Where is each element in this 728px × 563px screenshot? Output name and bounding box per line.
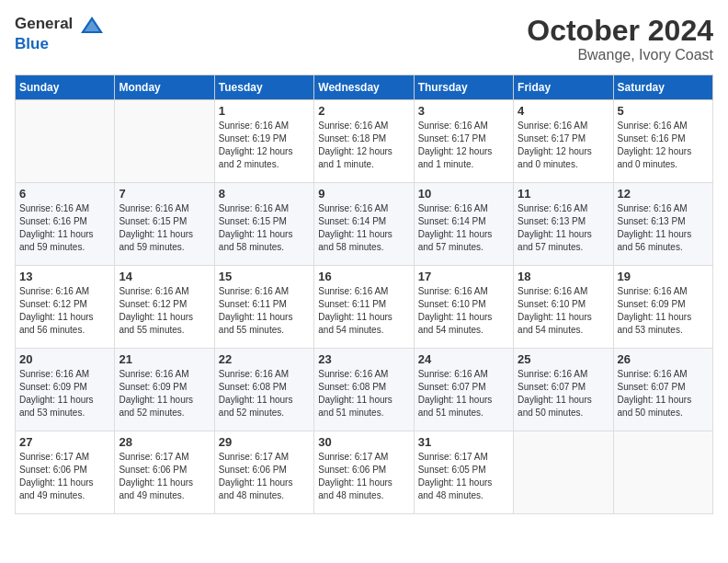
- day-number: 16: [318, 270, 409, 283]
- day-detail: Sunrise: 6:16 AM Sunset: 6:07 PM Dayligh…: [518, 368, 609, 419]
- calendar-header-row: SundayMondayTuesdayWednesdayThursdayFrid…: [16, 75, 713, 100]
- calendar-cell: 26Sunrise: 6:16 AM Sunset: 6:07 PM Dayli…: [613, 349, 712, 431]
- day-detail: Sunrise: 6:16 AM Sunset: 6:09 PM Dayligh…: [119, 368, 210, 419]
- location-subtitle: Bwange, Ivory Coast: [527, 47, 713, 63]
- calendar-cell: 2Sunrise: 6:16 AM Sunset: 6:18 PM Daylig…: [314, 100, 414, 183]
- month-title: October 2024: [527, 15, 713, 47]
- calendar-cell: 10Sunrise: 6:16 AM Sunset: 6:14 PM Dayli…: [414, 183, 513, 266]
- calendar-cell: 9Sunrise: 6:16 AM Sunset: 6:14 PM Daylig…: [314, 183, 414, 266]
- day-detail: Sunrise: 6:17 AM Sunset: 6:06 PM Dayligh…: [119, 451, 210, 502]
- day-number: 26: [618, 352, 709, 366]
- day-number: 19: [618, 270, 709, 283]
- calendar-cell: 30Sunrise: 6:17 AM Sunset: 6:06 PM Dayli…: [314, 431, 414, 514]
- day-detail: Sunrise: 6:16 AM Sunset: 6:14 PM Dayligh…: [318, 202, 409, 254]
- day-number: 21: [119, 352, 210, 366]
- header-saturday: Saturday: [613, 75, 712, 100]
- calendar-table: SundayMondayTuesdayWednesdayThursdayFrid…: [15, 75, 713, 514]
- day-detail: Sunrise: 6:16 AM Sunset: 6:09 PM Dayligh…: [19, 368, 110, 419]
- day-detail: Sunrise: 6:16 AM Sunset: 6:17 PM Dayligh…: [418, 120, 509, 171]
- calendar-week-2: 6Sunrise: 6:16 AM Sunset: 6:16 PM Daylig…: [16, 183, 713, 266]
- header-monday: Monday: [115, 75, 214, 100]
- calendar-week-1: 1Sunrise: 6:16 AM Sunset: 6:19 PM Daylig…: [16, 100, 713, 183]
- calendar-week-3: 13Sunrise: 6:16 AM Sunset: 6:12 PM Dayli…: [16, 266, 713, 349]
- header-tuesday: Tuesday: [214, 75, 313, 100]
- day-number: 20: [19, 352, 110, 366]
- day-detail: Sunrise: 6:16 AM Sunset: 6:11 PM Dayligh…: [318, 285, 409, 337]
- calendar-cell: 19Sunrise: 6:16 AM Sunset: 6:09 PM Dayli…: [613, 266, 712, 349]
- day-number: 24: [418, 352, 509, 366]
- day-number: 5: [618, 104, 709, 118]
- calendar-cell: 25Sunrise: 6:16 AM Sunset: 6:07 PM Dayli…: [514, 349, 613, 431]
- day-number: 14: [119, 270, 210, 283]
- day-detail: Sunrise: 6:16 AM Sunset: 6:15 PM Dayligh…: [119, 202, 210, 254]
- day-number: 11: [518, 187, 609, 201]
- day-number: 7: [119, 187, 210, 201]
- calendar-cell: 28Sunrise: 6:17 AM Sunset: 6:06 PM Dayli…: [115, 431, 214, 514]
- logo: General Blue: [15, 15, 105, 53]
- day-detail: Sunrise: 6:16 AM Sunset: 6:07 PM Dayligh…: [418, 368, 509, 419]
- calendar-cell: 17Sunrise: 6:16 AM Sunset: 6:10 PM Dayli…: [414, 266, 513, 349]
- calendar-cell: 1Sunrise: 6:16 AM Sunset: 6:19 PM Daylig…: [214, 100, 313, 183]
- day-detail: Sunrise: 6:17 AM Sunset: 6:06 PM Dayligh…: [219, 451, 310, 502]
- day-number: 9: [318, 187, 409, 201]
- day-number: 13: [19, 270, 110, 283]
- day-number: 18: [518, 270, 609, 283]
- calendar-cell: 31Sunrise: 6:17 AM Sunset: 6:05 PM Dayli…: [414, 431, 513, 514]
- calendar-cell: 12Sunrise: 6:16 AM Sunset: 6:13 PM Dayli…: [613, 183, 712, 266]
- logo-blue: Blue: [15, 35, 105, 53]
- day-detail: Sunrise: 6:16 AM Sunset: 6:16 PM Dayligh…: [618, 120, 709, 171]
- calendar-cell: [16, 100, 115, 183]
- calendar-cell: 29Sunrise: 6:17 AM Sunset: 6:06 PM Dayli…: [214, 431, 313, 514]
- day-detail: Sunrise: 6:16 AM Sunset: 6:09 PM Dayligh…: [618, 285, 709, 337]
- calendar-cell: 3Sunrise: 6:16 AM Sunset: 6:17 PM Daylig…: [414, 100, 513, 183]
- logo-text: General Blue: [15, 15, 105, 53]
- calendar-cell: 20Sunrise: 6:16 AM Sunset: 6:09 PM Dayli…: [16, 349, 115, 431]
- day-detail: Sunrise: 6:16 AM Sunset: 6:12 PM Dayligh…: [119, 285, 210, 337]
- day-number: 27: [19, 435, 110, 449]
- calendar-week-5: 27Sunrise: 6:17 AM Sunset: 6:06 PM Dayli…: [16, 431, 713, 514]
- day-number: 25: [518, 352, 609, 366]
- calendar-cell: 24Sunrise: 6:16 AM Sunset: 6:07 PM Dayli…: [414, 349, 513, 431]
- day-detail: Sunrise: 6:16 AM Sunset: 6:19 PM Dayligh…: [219, 120, 310, 171]
- title-block: October 2024 Bwange, Ivory Coast: [527, 15, 713, 63]
- day-number: 4: [518, 104, 609, 118]
- calendar-cell: 15Sunrise: 6:16 AM Sunset: 6:11 PM Dayli…: [214, 266, 313, 349]
- calendar-cell: [115, 100, 214, 183]
- day-detail: Sunrise: 6:16 AM Sunset: 6:13 PM Dayligh…: [518, 202, 609, 254]
- day-detail: Sunrise: 6:16 AM Sunset: 6:08 PM Dayligh…: [219, 368, 310, 419]
- header-friday: Friday: [514, 75, 613, 100]
- day-number: 30: [318, 435, 409, 449]
- day-detail: Sunrise: 6:16 AM Sunset: 6:16 PM Dayligh…: [19, 202, 110, 254]
- day-number: 10: [418, 187, 509, 201]
- day-detail: Sunrise: 6:16 AM Sunset: 6:14 PM Dayligh…: [418, 202, 509, 254]
- header-wednesday: Wednesday: [314, 75, 414, 100]
- calendar-cell: 11Sunrise: 6:16 AM Sunset: 6:13 PM Dayli…: [514, 183, 613, 266]
- day-number: 3: [418, 104, 509, 118]
- day-detail: Sunrise: 6:16 AM Sunset: 6:11 PM Dayligh…: [219, 285, 310, 337]
- day-detail: Sunrise: 6:17 AM Sunset: 6:06 PM Dayligh…: [19, 451, 110, 502]
- calendar-cell: 7Sunrise: 6:16 AM Sunset: 6:15 PM Daylig…: [115, 183, 214, 266]
- calendar-cell: 21Sunrise: 6:16 AM Sunset: 6:09 PM Dayli…: [115, 349, 214, 431]
- day-number: 29: [219, 435, 310, 449]
- day-detail: Sunrise: 6:17 AM Sunset: 6:06 PM Dayligh…: [318, 451, 409, 502]
- day-number: 12: [618, 187, 709, 201]
- day-number: 23: [318, 352, 409, 366]
- day-detail: Sunrise: 6:16 AM Sunset: 6:18 PM Dayligh…: [318, 120, 409, 171]
- calendar-cell: 14Sunrise: 6:16 AM Sunset: 6:12 PM Dayli…: [115, 266, 214, 349]
- calendar-cell: [514, 431, 613, 514]
- day-detail: Sunrise: 6:16 AM Sunset: 6:07 PM Dayligh…: [618, 368, 709, 419]
- day-number: 28: [119, 435, 210, 449]
- day-number: 15: [219, 270, 310, 283]
- calendar-cell: 8Sunrise: 6:16 AM Sunset: 6:15 PM Daylig…: [214, 183, 313, 266]
- day-detail: Sunrise: 6:16 AM Sunset: 6:15 PM Dayligh…: [219, 202, 310, 254]
- calendar-cell: 4Sunrise: 6:16 AM Sunset: 6:17 PM Daylig…: [514, 100, 613, 183]
- calendar-cell: 23Sunrise: 6:16 AM Sunset: 6:08 PM Dayli…: [314, 349, 414, 431]
- calendar-cell: 6Sunrise: 6:16 AM Sunset: 6:16 PM Daylig…: [16, 183, 115, 266]
- calendar-cell: 13Sunrise: 6:16 AM Sunset: 6:12 PM Dayli…: [16, 266, 115, 349]
- day-number: 8: [219, 187, 310, 201]
- calendar-cell: 22Sunrise: 6:16 AM Sunset: 6:08 PM Dayli…: [214, 349, 313, 431]
- day-number: 22: [219, 352, 310, 366]
- day-number: 6: [19, 187, 110, 201]
- calendar-cell: 5Sunrise: 6:16 AM Sunset: 6:16 PM Daylig…: [613, 100, 712, 183]
- day-detail: Sunrise: 6:16 AM Sunset: 6:13 PM Dayligh…: [618, 202, 709, 254]
